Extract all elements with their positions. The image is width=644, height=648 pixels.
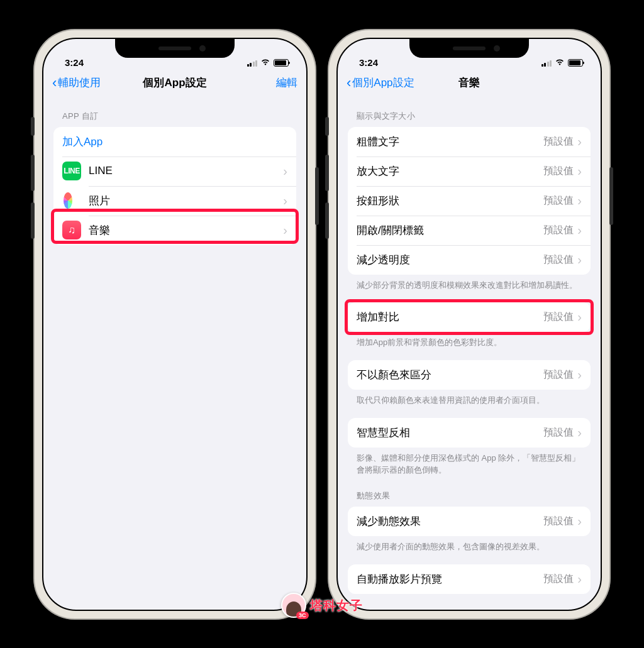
chevron-right-icon: › — [283, 223, 287, 238]
power-button[interactable] — [609, 167, 613, 225]
music-app-icon: ♫ — [62, 221, 81, 239]
notch — [409, 39, 529, 58]
mute-switch[interactable] — [31, 117, 35, 136]
settings-group: 智慧型反相預設值› — [348, 418, 591, 448]
setting-label: 放大文字 — [357, 164, 543, 178]
chevron-right-icon: › — [577, 426, 582, 440]
power-button[interactable] — [315, 167, 319, 225]
settings-group: 粗體文字預設值›放大文字預設值›按鈕形狀預設值›開啟/關閉標籤預設值›減少透明度… — [348, 127, 591, 275]
volume-down-button[interactable] — [31, 202, 35, 239]
chevron-right-icon: › — [577, 310, 582, 324]
setting-label: 不以顏色來區分 — [357, 368, 543, 382]
setting-value: 預設值 — [543, 224, 574, 237]
battery-icon — [568, 59, 583, 67]
chevron-right-icon: › — [283, 164, 287, 178]
app-row-photos[interactable]: 照片 › — [53, 186, 296, 216]
volume-up-button[interactable] — [31, 155, 35, 191]
setting-row[interactable]: 自動播放影片預覽預設值› — [348, 564, 591, 594]
screen-right: 3:24 ‹ 個別App設定 音樂 顯示與文字大小粗體 — [336, 38, 602, 611]
chevron-right-icon: › — [577, 514, 582, 529]
volume-down-button[interactable] — [325, 202, 329, 239]
chevron-right-icon: › — [577, 368, 582, 382]
setting-value: 預設值 — [543, 426, 574, 439]
setting-value: 預設值 — [543, 135, 574, 148]
status-time: 3:24 — [359, 57, 378, 68]
settings-group: 不以顏色來區分預設值› — [348, 360, 591, 390]
section-footer: 增加App前景和背景顏色的色彩對比度。 — [348, 332, 591, 349]
nav-bar: ‹ 個別App設定 音樂 — [338, 69, 601, 97]
cellular-signal-icon — [541, 60, 552, 67]
setting-value: 預設值 — [543, 194, 574, 207]
setting-row[interactable]: 減少動態效果預設值› — [348, 507, 591, 536]
setting-value: 預設值 — [543, 165, 574, 178]
setting-row[interactable]: 粗體文字預設值› — [348, 127, 591, 157]
back-button[interactable]: ‹ 輔助使用 — [52, 75, 101, 90]
app-row-line[interactable]: LINE LINE › — [53, 157, 296, 186]
setting-row[interactable]: 不以顏色來區分預設值› — [348, 360, 591, 390]
setting-row[interactable]: 按鈕形狀預設值› — [348, 186, 591, 216]
app-label: 照片 — [89, 194, 283, 208]
wifi-icon — [260, 58, 270, 68]
settings-group: 減少動態效果預設值› — [348, 507, 591, 536]
setting-value: 預設值 — [543, 310, 574, 324]
setting-value: 預設值 — [543, 573, 574, 586]
edit-button[interactable]: 編輯 — [276, 75, 297, 90]
section-header-app-custom: APP 自訂 — [53, 97, 296, 127]
phone-right: 3:24 ‹ 個別App設定 音樂 顯示與文字大小粗體 — [328, 29, 611, 620]
setting-label: 開啟/關閉標籤 — [357, 223, 543, 238]
photos-app-icon — [62, 192, 81, 209]
setting-value: 預設值 — [543, 368, 574, 382]
setting-label: 減少透明度 — [357, 253, 543, 267]
settings-group: 自動播放影片預覽預設值› — [348, 564, 591, 594]
setting-label: 增加對比 — [357, 310, 543, 324]
back-label: 輔助使用 — [58, 75, 101, 90]
section-header: 動態效果 — [348, 476, 591, 507]
chevron-left-icon: ‹ — [52, 76, 57, 90]
setting-row[interactable]: 增加對比預設值› — [348, 302, 591, 332]
add-app-row[interactable]: 加入App — [53, 127, 296, 157]
chevron-right-icon: › — [577, 135, 582, 149]
setting-row[interactable]: 減少透明度預設值› — [348, 245, 591, 275]
chevron-right-icon: › — [283, 194, 287, 208]
back-label: 個別App設定 — [352, 75, 414, 90]
chevron-left-icon: ‹ — [347, 76, 351, 90]
app-label: LINE — [89, 165, 283, 177]
setting-label: 減少動態效果 — [357, 514, 543, 529]
phone-left: 3:24 ‹ 輔助使用 個別App設定 編輯 APP 自訂 — [33, 29, 316, 620]
watermark-badge: 3C — [296, 612, 309, 619]
section-header: 顯示與文字大小 — [348, 97, 591, 127]
screen-left: 3:24 ‹ 輔助使用 個別App設定 編輯 APP 自訂 — [42, 38, 308, 611]
mute-switch[interactable] — [325, 117, 329, 136]
notch — [115, 39, 235, 58]
section-footer: 取代只仰賴顏色來表達替用資訊的使用者介面項目。 — [348, 390, 591, 407]
setting-value: 預設值 — [543, 253, 574, 266]
setting-label: 粗體文字 — [357, 135, 543, 149]
settings-group: 增加對比預設值› — [348, 302, 591, 332]
section-footer: 影像、媒體和部分使用深色樣式的 App 除外，「智慧型反相」會將顯示器的顏色倒轉… — [348, 448, 591, 476]
chevron-right-icon: › — [577, 223, 582, 238]
chevron-right-icon: › — [577, 253, 582, 267]
wifi-icon — [555, 58, 565, 68]
chevron-right-icon: › — [577, 194, 582, 208]
content-right[interactable]: 顯示與文字大小粗體文字預設值›放大文字預設值›按鈕形狀預設值›開啟/關閉標籤預設… — [338, 97, 601, 610]
setting-row[interactable]: 放大文字預設值› — [348, 157, 591, 186]
battery-icon — [274, 59, 289, 67]
setting-row[interactable]: 智慧型反相預設值› — [348, 418, 591, 448]
app-row-music[interactable]: ♫ 音樂 › — [53, 216, 296, 245]
app-label: 音樂 — [89, 223, 283, 238]
content-left[interactable]: APP 自訂 加入App LINE LINE › 照片 › — [43, 97, 306, 610]
watermark: 3C 塔科女子 — [281, 593, 363, 618]
section-footer: 減少使用者介面的動態效果，包含圖像的視差效果。 — [348, 536, 591, 553]
back-button[interactable]: ‹ 個別App設定 — [347, 75, 414, 90]
section-footer: 減少部分背景的透明度和模糊效果來改進對比和增加易讀性。 — [348, 275, 591, 292]
setting-label: 智慧型反相 — [357, 426, 543, 440]
setting-row[interactable]: 開啟/關閉標籤預設值› — [348, 216, 591, 245]
setting-label: 自動播放影片預覽 — [357, 572, 543, 586]
watermark-text: 塔科女子 — [310, 597, 363, 614]
app-list-group: 加入App LINE LINE › 照片 › ♫ 音樂 — [53, 127, 296, 245]
cellular-signal-icon — [247, 60, 258, 67]
chevron-right-icon: › — [577, 164, 582, 178]
volume-up-button[interactable] — [325, 155, 329, 191]
chevron-right-icon: › — [577, 572, 582, 586]
setting-value: 預設值 — [543, 515, 574, 528]
